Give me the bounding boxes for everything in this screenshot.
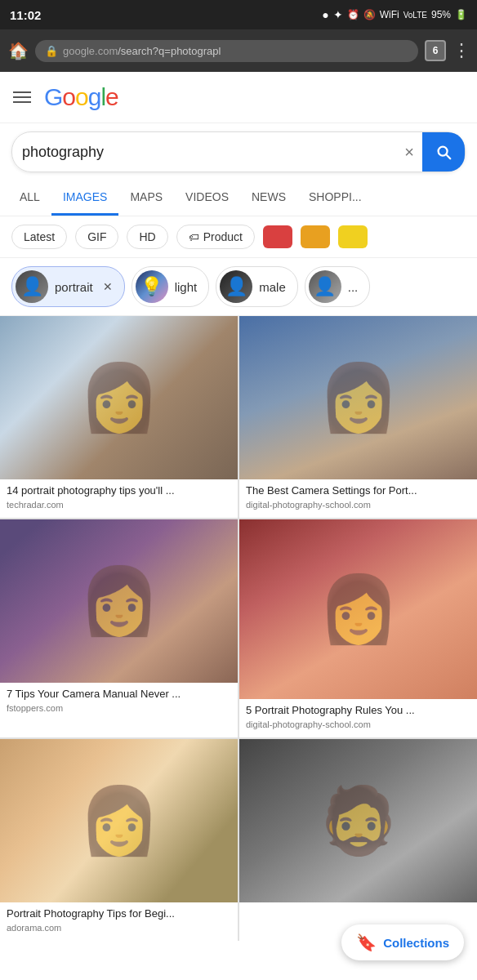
filter-product-label: Product — [203, 230, 243, 243]
tab-news[interactable]: NEWS — [240, 180, 297, 216]
grid-cell-5[interactable]: 👩 Portrait Photography Tips for Begi... … — [0, 739, 238, 941]
grid-image-4: 👩 — [239, 519, 477, 699]
search-bar: × — [11, 131, 466, 172]
grid-image-5: 👩 — [0, 739, 238, 902]
signal-icon: VoLTE — [403, 11, 427, 20]
twitter-icon: ✦ — [333, 8, 343, 21]
google-logo: Google — [44, 83, 118, 111]
hamburger-line — [13, 91, 31, 93]
grid-image-2: 👩 — [239, 316, 477, 479]
filter-latest[interactable]: Latest — [11, 225, 67, 249]
image-grid: 👩 14 portrait photography tips you'll ..… — [0, 316, 477, 941]
chip-light[interactable]: 💡 light — [132, 266, 210, 307]
chip-portrait-label: portrait — [55, 280, 93, 294]
browser-bar: 🏠 🔒 google.com/search?q=photograpl 6 ⋮ — [0, 29, 477, 72]
collections-button[interactable]: 🔖 Collections — [341, 924, 464, 941]
logo-e: e — [105, 83, 118, 110]
filter-gif-label: GIF — [87, 230, 106, 243]
grid-caption-1: 14 portrait photography tips you'll ... … — [0, 479, 238, 518]
grid-source-5: adorama.com — [7, 923, 231, 933]
battery-icon: 🔋 — [455, 9, 467, 20]
grid-caption-2: The Best Camera Settings for Port... dig… — [239, 479, 477, 518]
lock-icon: 🔒 — [45, 45, 58, 57]
chip-portrait-thumb: 👤 — [16, 270, 48, 303]
filter-row: Latest GIF HD 🏷 Product — [0, 216, 477, 258]
url-domain: google.com — [63, 45, 118, 57]
grid-source-4: digital-photography-school.com — [246, 719, 470, 729]
grid-image-6: 🧔 — [239, 739, 477, 902]
search-input[interactable] — [22, 144, 396, 161]
grid-source-2: digital-photography-school.com — [246, 500, 470, 510]
grid-cell-2[interactable]: 👩 The Best Camera Settings for Port... d… — [239, 316, 477, 518]
grid-title-2: The Best Camera Settings for Port... — [246, 484, 470, 498]
filter-latest-label: Latest — [24, 230, 55, 243]
hamburger-menu[interactable] — [13, 91, 31, 103]
chip-more-label: ... — [348, 280, 359, 294]
grid-source-3: fstoppers.com — [7, 703, 231, 713]
grid-caption-5: Portrait Photography Tips for Begi... ad… — [0, 902, 238, 941]
chip-portrait-close[interactable]: ✕ — [103, 280, 113, 293]
grid-title-1: 14 portrait photography tips you'll ... — [7, 484, 231, 498]
status-icons: ● ✦ ⏰ 🔕 WiFi VoLTE 95% 🔋 — [322, 8, 467, 21]
grid-cell-4[interactable]: 👩 5 Portrait Photography Rules You ... d… — [239, 519, 477, 737]
hamburger-line — [13, 101, 31, 103]
filter-hd-label: HD — [139, 230, 155, 243]
chip-light-thumb: 💡 — [136, 270, 168, 303]
logo-o1: o — [62, 83, 75, 110]
grid-title-4: 5 Portrait Photography Rules You ... — [246, 704, 470, 718]
hamburger-line — [13, 96, 31, 98]
mute-icon: 🔕 — [363, 9, 376, 20]
chip-male[interactable]: 👤 male — [216, 266, 298, 307]
grid-cell-1[interactable]: 👩 14 portrait photography tips you'll ..… — [0, 316, 238, 518]
whatsapp-icon: ● — [322, 8, 328, 21]
logo-g2: g — [88, 83, 101, 110]
tab-shopping[interactable]: SHOPPI... — [297, 180, 373, 216]
filter-color-red[interactable] — [263, 225, 292, 248]
filter-gif[interactable]: GIF — [75, 225, 118, 249]
chip-portrait[interactable]: 👤 portrait ✕ — [11, 266, 125, 307]
filter-color-yellow[interactable] — [338, 225, 368, 248]
suggestion-chips-row: 👤 portrait ✕ 💡 light 👤 male 👤 ... — [0, 258, 477, 316]
search-clear-button[interactable]: × — [404, 143, 414, 162]
chip-male-thumb: 👤 — [220, 270, 252, 303]
tab-count[interactable]: 6 — [425, 40, 446, 61]
grid-title-5: Portrait Photography Tips for Begi... — [7, 907, 231, 921]
grid-cell-3[interactable]: 👩 7 Tips Your Camera Manual Never ... fs… — [0, 519, 238, 737]
filter-color-orange[interactable] — [301, 225, 330, 248]
grid-caption-4: 5 Portrait Photography Rules You ... dig… — [239, 699, 477, 737]
url-text: google.com/search?q=photograpl — [63, 45, 408, 57]
collections-label: Collections — [383, 936, 449, 941]
status-time: 11:02 — [10, 8, 41, 22]
chip-male-label: male — [259, 280, 286, 294]
url-bar[interactable]: 🔒 google.com/search?q=photograpl — [35, 40, 418, 62]
grid-image-3: 👩 — [0, 519, 238, 683]
product-tag-icon: 🏷 — [189, 231, 199, 243]
tab-maps[interactable]: MAPS — [118, 180, 174, 216]
search-tabs: ALL IMAGES MAPS VIDEOS NEWS SHOPPI... — [0, 180, 477, 216]
tab-videos[interactable]: VIDEOS — [174, 180, 240, 216]
chip-more[interactable]: 👤 ... — [305, 266, 371, 307]
search-bar-container: × — [0, 123, 477, 180]
google-header: Google — [0, 72, 477, 123]
search-icon — [435, 143, 452, 161]
grid-title-3: 7 Tips Your Camera Manual Never ... — [7, 688, 231, 702]
tab-all[interactable]: ALL — [8, 180, 51, 216]
battery-label: 95% — [431, 9, 451, 20]
grid-caption-3: 7 Tips Your Camera Manual Never ... fsto… — [0, 683, 238, 721]
grid-cell-6[interactable]: 🧔 — [239, 739, 477, 941]
chip-more-thumb: 👤 — [309, 270, 341, 303]
url-path: /search?q=photograpl — [118, 45, 221, 57]
grid-source-1: techradar.com — [7, 500, 231, 510]
wifi-icon: WiFi — [380, 9, 399, 20]
browser-menu-icon[interactable]: ⋮ — [452, 40, 469, 61]
filter-hd[interactable]: HD — [127, 225, 167, 249]
grid-image-1: 👩 — [0, 316, 238, 479]
grid-caption-6 — [239, 902, 477, 917]
home-icon[interactable]: 🏠 — [8, 41, 29, 60]
chip-light-label: light — [175, 280, 198, 294]
tab-images[interactable]: IMAGES — [51, 180, 118, 216]
filter-product[interactable]: 🏷 Product — [176, 225, 255, 249]
alarm-icon: ⏰ — [347, 9, 359, 20]
collections-icon: 🔖 — [356, 933, 377, 941]
search-button[interactable] — [422, 132, 465, 172]
